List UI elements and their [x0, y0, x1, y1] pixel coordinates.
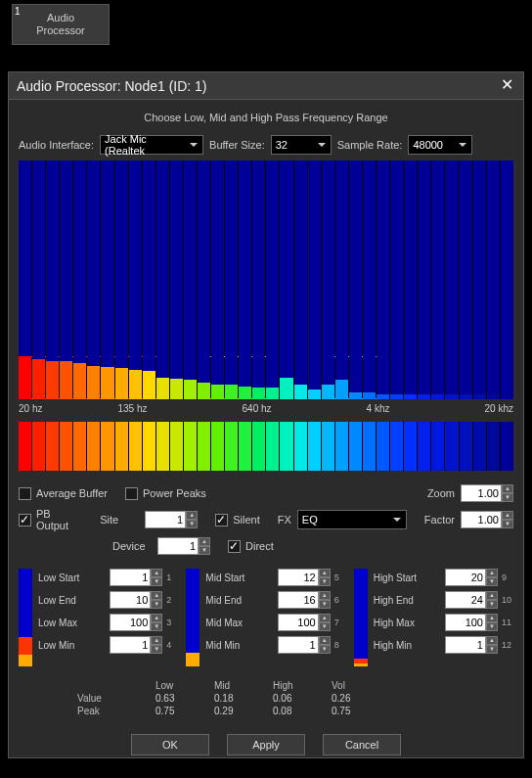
node-title: Audio Processor [36, 12, 85, 36]
spectrum-bar [431, 160, 444, 399]
dialog-subtitle: Choose Low, Mid and High Pass Frequency … [19, 112, 513, 123]
zoom-spinner[interactable]: ▲▼ [461, 484, 513, 502]
power-peaks-label: Power Peaks [143, 487, 206, 499]
spectrum-bar [377, 160, 389, 399]
low-max-label: Low Max [38, 618, 106, 628]
spectrum-bar [211, 160, 224, 399]
spectrum-bar [184, 160, 197, 399]
factor-label: Factor [424, 514, 455, 526]
ok-button[interactable]: OK [131, 734, 209, 755]
high-max-spinner[interactable]: ▲▼ [445, 614, 498, 631]
param-index: 4 [166, 640, 178, 650]
spectrum-bar [101, 160, 113, 399]
stats-table: Low Mid High Vol Value 0.63 0.18 0.06 0.… [77, 680, 513, 716]
high-min-label: High Min [374, 640, 441, 651]
color-scale-bar [19, 422, 513, 471]
low-min-label: Low Min [38, 640, 106, 651]
spectrum-bar [266, 160, 279, 399]
param-index: 6 [334, 595, 346, 605]
spectrum-bar [129, 160, 142, 399]
low-max-spinner[interactable]: ▲▼ [110, 614, 162, 631]
mid-start-spinner[interactable]: ▲▼ [278, 569, 331, 586]
spectrum-bar [73, 160, 86, 399]
param-index: 10 [502, 595, 513, 605]
spectrum-bar [487, 160, 500, 399]
high-start-spinner[interactable]: ▲▼ [445, 569, 498, 586]
buffer-label: Buffer Size: [209, 139, 265, 151]
param-index: 1 [166, 572, 178, 582]
direct-checkbox[interactable] [228, 540, 241, 553]
audio-processor-dialog: Audio Processor: Node1 (ID: 1) ✕ Choose … [8, 71, 524, 758]
dialog-title: Audio Processor: Node1 (ID: 1) [17, 78, 207, 94]
param-index: 11 [502, 618, 513, 627]
spectrum-bar [349, 160, 362, 399]
spectrum-bar [170, 160, 183, 399]
band-section: Low Start▲▼1Low End▲▼2Low Max▲▼3Low Min▲… [19, 569, 513, 666]
pb-output-checkbox[interactable] [19, 514, 31, 526]
spectrum-bar [363, 160, 376, 399]
chevron-up-icon[interactable]: ▲ [502, 484, 513, 493]
audio-interface-select[interactable]: Jack Mic (Realtek [100, 135, 203, 155]
node-index: 1 [15, 5, 21, 18]
cancel-button[interactable]: Cancel [323, 734, 401, 755]
close-icon[interactable]: ✕ [498, 77, 515, 95]
param-index: 12 [502, 640, 513, 650]
param-index: 5 [334, 572, 346, 582]
high-meter [354, 569, 368, 666]
sample-rate-select[interactable]: 48000 [408, 135, 472, 155]
spectrum-bar [280, 160, 292, 399]
direct-label: Direct [245, 540, 274, 552]
mid-band-column: Mid Start▲▼5Mid End▲▼6Mid Max▲▼7Mid Min▲… [186, 569, 345, 666]
node-block[interactable]: 1 Audio Processor [12, 4, 110, 45]
spectrum-bar [252, 160, 265, 399]
spectrum-chart[interactable] [19, 160, 513, 399]
dialog-buttons: OK Apply Cancel [19, 734, 513, 755]
spectrum-bar [445, 160, 458, 399]
low-min-spinner[interactable]: ▲▼ [110, 636, 162, 654]
low-start-label: Low Start [38, 572, 106, 583]
param-index: 7 [334, 618, 346, 627]
low-meter [19, 569, 32, 666]
mid-min-spinner[interactable]: ▲▼ [278, 636, 331, 654]
high-end-spinner[interactable]: ▲▼ [445, 591, 498, 609]
low-start-spinner[interactable]: ▲▼ [110, 569, 162, 586]
spectrum-bar [308, 160, 321, 399]
mid-max-spinner[interactable]: ▲▼ [278, 614, 331, 631]
avg-buffer-checkbox[interactable] [19, 487, 31, 500]
high-end-label: High End [374, 595, 441, 606]
spectrum-bar [46, 160, 59, 399]
param-index: 9 [502, 572, 513, 582]
chevron-down-icon[interactable]: ▼ [502, 493, 513, 502]
spectrum-bar [390, 160, 403, 399]
high-min-spinner[interactable]: ▲▼ [445, 636, 498, 654]
mid-end-label: Mid End [205, 595, 273, 606]
silent-label: Silent [233, 514, 260, 526]
zoom-label: Zoom [427, 487, 455, 499]
spectrum-bar [225, 160, 238, 399]
spectrum-bar [156, 160, 169, 399]
fx-select[interactable]: EQ [297, 510, 407, 529]
param-index: 2 [166, 595, 178, 605]
buffer-size-select[interactable]: 32 [271, 135, 332, 155]
spectrum-bar [322, 160, 334, 399]
device-spinner[interactable]: ▲▼ [157, 537, 210, 555]
spectrum-bar [460, 160, 472, 399]
param-index: 8 [334, 640, 346, 650]
iface-label: Audio Interface: [19, 139, 94, 151]
spectrum-bar [60, 160, 72, 399]
low-end-spinner[interactable]: ▲▼ [110, 591, 162, 609]
factor-spinner[interactable]: ▲▼ [461, 511, 513, 528]
mid-end-spinner[interactable]: ▲▼ [278, 591, 331, 609]
high-start-label: High Start [374, 572, 441, 583]
spectrum-bar [19, 160, 31, 399]
spectrum-bar [294, 160, 307, 399]
site-spinner[interactable]: ▲▼ [145, 511, 198, 528]
silent-checkbox[interactable] [215, 514, 228, 526]
spectrum-bar [198, 160, 210, 399]
spectrum-bar [32, 160, 45, 399]
low-band-column: Low Start▲▼1Low End▲▼2Low Max▲▼3Low Min▲… [19, 569, 178, 666]
options-row-3: Device ▲▼ Direct [19, 537, 513, 555]
freq-axis-labels: 20 hz 135 hz 640 hz 4 khz 20 khz [19, 403, 513, 414]
power-peaks-checkbox[interactable] [125, 487, 138, 500]
apply-button[interactable]: Apply [227, 734, 305, 755]
